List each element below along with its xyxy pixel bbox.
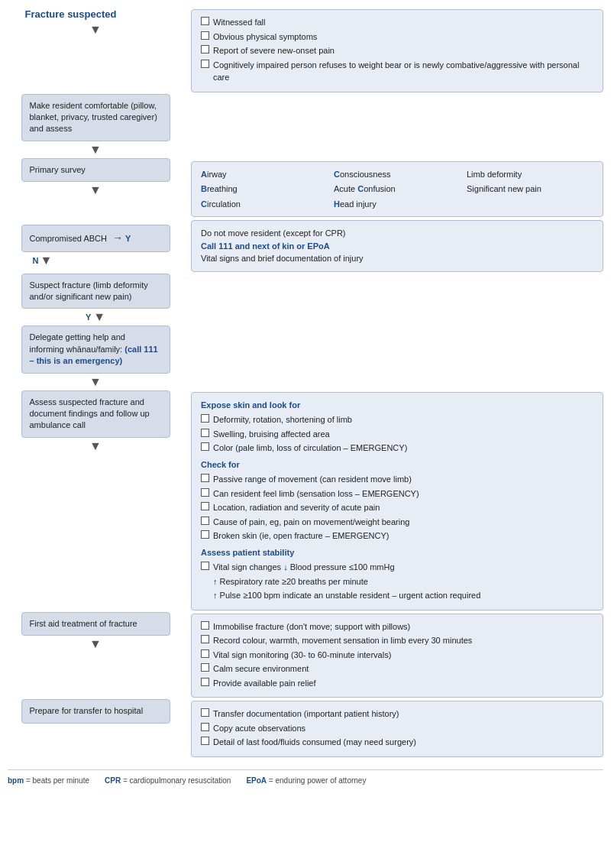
cb-chk4[interactable] <box>201 517 209 525</box>
criteria-text-1: Witnessed fall <box>213 16 265 29</box>
footnote-bpm: bpm = beats per minute <box>8 776 89 785</box>
criteria-text-2: Obvious physical symptoms <box>213 31 317 44</box>
abbr-cpr: CPR <box>105 776 121 785</box>
cb-chk5[interactable] <box>201 530 209 539</box>
row-delegate: Delegate getting help and informing whān… <box>8 326 603 390</box>
cb-tr3[interactable] <box>201 737 209 745</box>
cb-stab1[interactable] <box>201 562 209 570</box>
arrow-7: ▼ <box>21 438 170 455</box>
cb-chk2[interactable] <box>201 488 209 497</box>
left-col-delegate: Delegate getting help and informing whān… <box>8 326 183 390</box>
right-col-survey: Airway Consciousness Limb deformity Brea… <box>183 158 603 219</box>
firstaid-box: First aid treatment of fracture <box>21 612 170 636</box>
stability-item-1: Vital sign changes ↓ Blood pressure ≤100… <box>201 561 593 574</box>
check-item-1: Passive range of movement (can resident … <box>201 473 593 486</box>
y-label-right: Y <box>125 234 131 243</box>
row-first-aid: First aid treatment of fracture ▼ Immobi… <box>8 612 603 700</box>
cb-tr1[interactable] <box>201 708 209 717</box>
tr-text-3: Detail of last food/fluids consumed (may… <box>213 736 416 749</box>
expose-text-3: Color (pale limb, loss of circulation – … <box>213 442 407 455</box>
cb-fa4[interactable] <box>201 663 209 672</box>
right-col-criteria: Witnessed fall Obvious physical symptoms… <box>183 8 603 94</box>
delegate-text: Delegate getting help and informing whān… <box>30 332 125 353</box>
cb-fa2[interactable] <box>201 635 209 643</box>
right-col-transfer: Transfer documentation (important patien… <box>183 699 603 759</box>
footnotes: bpm = beats per minute CPR = cardiopulmo… <box>8 769 603 785</box>
transfer-box: Prepare for transfer to hospital <box>21 699 170 723</box>
abc-empty <box>467 198 593 211</box>
survey-box: Primary survey <box>21 158 170 182</box>
arrow-3: ▼ <box>21 182 170 199</box>
flowchart: Fracture suspected ▼ Witnessed fall Obvi… <box>8 8 603 785</box>
left-col-comfortable: Make resident comfortable (pillow, blank… <box>8 94 183 158</box>
criteria-item-2: Obvious physical symptoms <box>201 31 593 44</box>
check-header: Check for <box>201 458 593 471</box>
criteria-item-1: Witnessed fall <box>201 16 593 29</box>
firstaid-detail-box: Immobilise fracture (don't move; support… <box>191 614 603 698</box>
survey-text: Primary survey <box>30 165 86 174</box>
left-col-title: Fracture suspected ▼ <box>8 8 183 94</box>
compromised-detail-box: Do not move resident (except for CPR) Ca… <box>191 220 603 272</box>
check-item-5: Broken skin (ie, open fracture – EMERGEN… <box>201 530 593 542</box>
checkbox-2[interactable] <box>201 31 209 40</box>
cb-exp2[interactable] <box>201 429 209 437</box>
cb-chk3[interactable] <box>201 502 209 510</box>
checkbox-3[interactable] <box>201 45 209 53</box>
check-item-2: Can resident feel limb (sensation loss –… <box>201 487 593 500</box>
abc-grid: Airway Consciousness Limb deformity Brea… <box>201 168 593 211</box>
row-primary-survey: Primary survey ▼ Airway Consciousness Li… <box>8 158 603 219</box>
footnote-cpr: CPR = cardiopulmonary resuscitation <box>105 776 231 785</box>
delegate-box: Delegate getting help and informing whān… <box>21 326 170 373</box>
check-item-3: Location, radiation and severity of acut… <box>201 501 593 514</box>
arrow-2: ▼ <box>21 141 170 158</box>
abc-circulation: Circulation <box>201 198 328 211</box>
suspect-text: Suspect fracture (limb deformity and/or … <box>30 280 148 301</box>
cb-fa1[interactable] <box>201 621 209 630</box>
cb-chk1[interactable] <box>201 474 209 482</box>
check-text-3: Location, radiation and severity of acut… <box>213 501 380 514</box>
expose-text-2: Swelling, bruising affected area <box>213 428 330 441</box>
cb-exp3[interactable] <box>201 442 209 451</box>
row-title: Fracture suspected ▼ Witnessed fall Obvi… <box>8 8 603 94</box>
compromised-line3: Vital signs and brief documentation of i… <box>201 252 593 265</box>
checkbox-4[interactable] <box>201 60 209 68</box>
stability-text-1: Vital sign changes ↓ Blood pressure ≤100… <box>213 561 395 574</box>
fa-text-4: Calm secure environment <box>213 662 309 675</box>
assess-box: Assess suspected fracture and document f… <box>21 390 170 438</box>
footnote-epoa: EPoA = enduring power of attorney <box>246 776 366 785</box>
abc-breathing: Breathing <box>201 183 328 196</box>
transfer-detail-box: Transfer documentation (important patien… <box>191 701 603 757</box>
checkbox-1[interactable] <box>201 17 209 25</box>
n-label-row: N ▼ <box>33 254 53 267</box>
abbr-epoa: EPoA <box>246 776 267 785</box>
y-label-down: Y <box>86 313 91 322</box>
fa-item-1: Immobilise fracture (don't move; support… <box>201 620 593 633</box>
abc-box: Airway Consciousness Limb deformity Brea… <box>191 161 603 218</box>
criteria-item-4: Cognitively impaired person refuses to w… <box>201 59 593 84</box>
stability-item-3: ↑ Pulse ≥100 bpm indicate an unstable re… <box>213 589 593 602</box>
cb-tr2[interactable] <box>201 723 209 731</box>
assess-text: Assess suspected fracture and document f… <box>30 397 150 430</box>
cb-exp1[interactable] <box>201 414 209 423</box>
title-text: Fracture suspected <box>25 8 117 20</box>
expose-item-3: Color (pale limb, loss of circulation – … <box>201 442 593 455</box>
left-col-transfer: Prepare for transfer to hospital <box>8 699 183 723</box>
arrow-6: ▼ <box>21 374 170 390</box>
compromised-line2: Call 111 and next of kin or EPoA <box>201 240 593 253</box>
right-col-suspect <box>183 274 603 326</box>
check-text-2: Can resident feel limb (sensation loss –… <box>213 487 419 500</box>
fa-text-3: Vital sign monitoring (30- to 60-minute … <box>213 649 391 662</box>
fa-item-3: Vital sign monitoring (30- to 60-minute … <box>201 649 593 662</box>
stability-header: Assess patient stability <box>201 546 593 559</box>
fa-text-2: Record colour, warmth, movement sensatio… <box>213 634 472 647</box>
check-text-1: Passive range of movement (can resident … <box>213 473 412 486</box>
left-col-compromised: Compromised ABCH → Y N ▼ <box>8 225 183 267</box>
left-col-assess: Assess suspected fracture and document f… <box>8 390 183 455</box>
abc-limb-deformity: Limb deformity <box>467 168 593 181</box>
suspect-box: Suspect fracture (limb deformity and/or … <box>21 274 170 309</box>
cb-fa5[interactable] <box>201 678 209 686</box>
cb-fa3[interactable] <box>201 649 209 658</box>
right-col-empty1 <box>183 94 603 158</box>
fa-text-1: Immobilise fracture (don't move; support… <box>213 620 410 633</box>
criteria-text-3: Report of severe new-onset pain <box>213 44 335 57</box>
